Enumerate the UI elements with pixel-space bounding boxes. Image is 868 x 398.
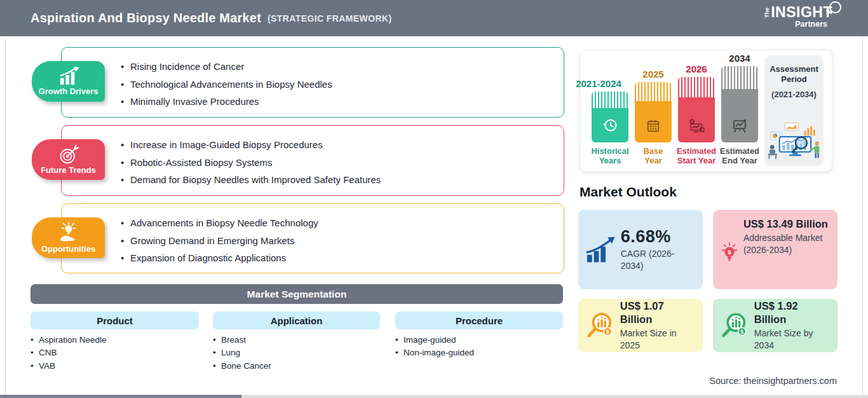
analysts-illustration	[766, 115, 822, 163]
page-subtitle: (STRATEGIC FRAMEWORK)	[268, 13, 392, 24]
future-trends-list: Increase in Image-Guided Biopsy Procedur…	[121, 136, 381, 189]
assessment-period: (2021-2034)	[764, 90, 824, 99]
bulb-dollar-icon: $	[721, 237, 738, 268]
list-item: Breast	[213, 333, 271, 347]
target-dart-icon	[57, 144, 80, 165]
section-label: Opportunities	[41, 244, 95, 254]
list-item: Advancements in Biopsy Needle Technology	[121, 214, 318, 232]
growth-drivers-list: Rising Incidence of Cancer Technological…	[121, 58, 332, 111]
svg-text:$: $	[606, 329, 609, 335]
timeline-bar-historical	[592, 92, 628, 142]
opportunities-pill: Opportunities	[32, 217, 105, 258]
market-magnifier-icon: $	[721, 311, 749, 340]
assessment-title: Assessment	[764, 64, 824, 74]
bulb-hand-icon	[57, 222, 81, 244]
year-label: 2034	[721, 53, 758, 64]
page-border-left	[5, 36, 6, 395]
market-size-2025-value: US$ 1.07 Billion	[620, 299, 695, 326]
barcode-stripes	[592, 92, 628, 108]
list-item: Aspiration Needle	[31, 333, 107, 347]
insight-partners-logo: The INSIGHT Partners	[764, 5, 832, 29]
bar-caption: BaseYear	[629, 146, 677, 165]
market-outlook-title: Market Outlook	[580, 184, 677, 200]
cagr-card: 6.68% CAGR (2026-2034)	[578, 210, 703, 289]
list-item: Robotic-Assisted Biopsy Systems	[121, 154, 381, 172]
year-label: 2021-2024	[575, 78, 622, 89]
scrollbar-thumb[interactable]	[0, 395, 241, 398]
cagr-label: CAGR (2026-2034)	[621, 248, 695, 272]
calendar-icon	[646, 118, 661, 134]
market-size-2034-value: US$ 1.92 Billion	[754, 299, 830, 326]
bar-caption: HistoricalYears	[586, 146, 634, 165]
segment-header-application: Application	[213, 312, 380, 329]
barcode-stripes	[635, 82, 672, 101]
segment-header-product: Product	[31, 312, 199, 329]
timeline-bar-est-start	[678, 77, 715, 142]
logo-insight-text: INSIGHT	[771, 5, 832, 20]
presentation-chart-icon	[731, 118, 749, 134]
logo-the-text: The	[764, 8, 770, 18]
year-label: 2026	[678, 64, 715, 74]
opportunities-list: Advancements in Biopsy Needle Technology…	[121, 214, 318, 267]
market-size-2034-card: $ US$ 1.92 Billion Market Size by 2034	[713, 299, 837, 352]
page-border-right	[862, 36, 863, 395]
list-item: Bone Cancer	[213, 359, 271, 373]
bar-caption: EstimatedEnd Year	[715, 146, 764, 165]
market-size-2025-label: Market Size in 2025	[620, 327, 695, 352]
magnifier-icon	[829, 1, 841, 13]
source-text: Source: theinsightpartners.com	[709, 376, 837, 386]
monitor-chart-icon	[688, 118, 705, 134]
history-clock-icon	[602, 117, 618, 134]
market-size-2034-label: Market Size by 2034	[754, 327, 830, 352]
page-title: Aspiration And Biopsy Needle Market	[31, 11, 261, 25]
market-size-2025-card: $ US$ 1.07 Billion Market Size in 2025	[578, 299, 703, 352]
svg-text:$: $	[728, 249, 731, 256]
timeline-bar-est-end	[721, 66, 758, 142]
cagr-growth-icon	[586, 236, 616, 264]
logo-partners-text: Partners	[764, 20, 832, 29]
year-label: 2025	[635, 69, 672, 79]
segment-header-procedure: Procedure	[395, 312, 563, 329]
list-item: Rising Incidence of Cancer	[121, 58, 332, 76]
list-item: Expansion of Diagnostic Applications	[121, 249, 318, 267]
barcode-stripes	[678, 77, 715, 97]
horizontal-scrollbar[interactable]	[0, 395, 868, 398]
header-bar: Aspiration And Biopsy Needle Market (STR…	[0, 0, 868, 36]
procedure-list: Image-guided Non-image-guided	[395, 333, 474, 359]
list-item: Lung	[213, 347, 271, 360]
list-item: Growing Demand in Emerging Markets	[121, 232, 318, 250]
list-item: CNB	[31, 347, 107, 360]
addressable-label: Addressable Market (2026-2034)	[743, 232, 830, 256]
application-list: Breast Lung Bone Cancer	[213, 333, 271, 373]
list-item: Demand for Biopsy Needles with Improved …	[121, 171, 381, 189]
assessment-period-box: Assessment Period (2021-2034)	[764, 55, 824, 166]
future-trends-pill: Future Trends	[32, 139, 105, 180]
timeline-bar-base	[635, 82, 672, 142]
list-item: Technological Advancements in Biopsy Nee…	[121, 76, 332, 93]
section-label: Future Trends	[41, 165, 96, 175]
bar-caption: EstimatedStart Year	[672, 146, 721, 165]
addressable-value: US$ 13.49 Billion	[743, 217, 830, 231]
svg-text:$: $	[740, 329, 743, 335]
barcode-stripes	[721, 66, 758, 89]
product-list: Aspiration Needle CNB VAB	[31, 333, 107, 373]
section-label: Growth Drivers	[39, 86, 98, 96]
segmentation-title: Market Segmentation	[247, 289, 347, 300]
list-item: Image-guided	[395, 333, 474, 347]
market-segmentation-banner: Market Segmentation	[31, 284, 563, 304]
growth-drivers-pill: Growth Drivers	[32, 61, 105, 102]
cagr-value: 6.68%	[621, 227, 695, 247]
list-item: Increase in Image-Guided Biopsy Procedur…	[121, 136, 381, 154]
list-item: Minimally Invasive Procedures	[121, 93, 332, 111]
growth-chart-icon	[56, 67, 81, 86]
assessment-timeline-panel: 2021-2024 2025 2026 2034	[580, 50, 832, 172]
list-item: Non-image-guided	[395, 347, 474, 360]
addressable-market-card: $ US$ 13.49 Billion Addressable Market (…	[713, 210, 837, 289]
list-item: VAB	[31, 359, 107, 373]
market-magnifier-icon: $	[586, 311, 615, 340]
